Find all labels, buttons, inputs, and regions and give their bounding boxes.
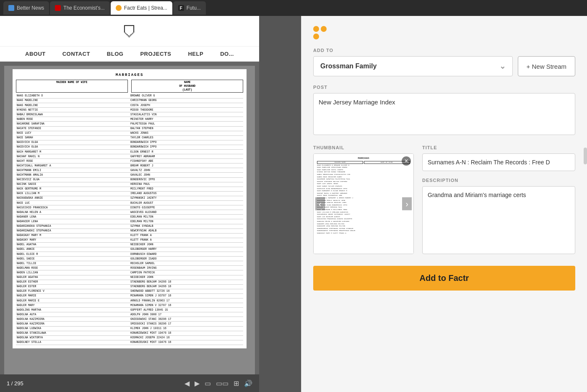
description-textarea[interactable]: Grandma and Miriam's marriage certs: [422, 186, 575, 254]
add-to-label: ADD TO: [313, 48, 575, 53]
table-row: NADEL AGATHANEIDECKER JOHN: [16, 242, 244, 247]
table-row: NACINK SADIEHEROINA PAUL: [16, 182, 244, 187]
toolbar-icons: ◀ ▶ ▭ ▭▭ ⊞ 🔊: [184, 379, 252, 387]
browser-tabs: Better News The Economist's... Factr Eat…: [0, 0, 587, 16]
factr-logo: [313, 26, 575, 39]
logo-dots-top: [313, 26, 327, 32]
site-logo-icon: ⛉: [122, 23, 137, 41]
table-row: NADEL TILLIERECHSLER SAMUEL: [16, 261, 244, 266]
tab-economist[interactable]: The Economist's...: [50, 1, 109, 15]
table-row: NADOLING MARTHAGOPFERT ALFRED 13045 15: [16, 308, 244, 312]
table-row: NYKENS NETTIEMIEOO THEODORE: [16, 108, 244, 112]
table-row: NADOLNA STANISLAWAKONARZEWSKI MIKT 19476…: [16, 331, 244, 335]
table-row: NADOLNA KAZIMIERASMIEGOCKI STANIS 38296 …: [16, 322, 244, 326]
gray-divider: [259, 16, 301, 392]
post-label: POST: [313, 85, 575, 90]
table-row: NADASKAY MARY MKLETT FRANK A: [16, 233, 244, 238]
table-row: NAAS MADELINECOSTA JOSEPH: [16, 103, 244, 108]
doc-title: MARRIAGES: [16, 73, 244, 78]
grid-view-button[interactable]: ⊞: [234, 379, 239, 387]
tab-icon-3: [116, 5, 122, 11]
stream-selector[interactable]: Grossman Family ⌄: [313, 56, 513, 76]
scroll-indicator: [584, 148, 587, 164]
stream-name: Grossman Family: [320, 62, 377, 70]
doc-col2-header: NAMEOF HUSBAND(LAST): [131, 80, 243, 93]
nav-contact[interactable]: CONTACT: [62, 51, 90, 57]
table-row: NACE SARAHTAYLOR CHARLES: [16, 135, 244, 140]
tab-factr-eats[interactable]: Factr Eats | Strea...: [111, 1, 172, 15]
thumb-title-row: THUMBNAIL ✕ ‹ MARRIAGES MAIDEN NAME NAME…: [313, 145, 575, 254]
table-row: NACHT ROSEFISHNEFSKY ABE: [16, 159, 244, 164]
table-row: NACATE STEFANIEBALTAN STEPHEN: [16, 126, 244, 131]
table-row: NACHTMANN EMILIGAVALTZ JOHN: [16, 168, 244, 173]
table-row: NACE LUCBUCHLER AUGUST: [16, 201, 244, 205]
table-row: NADLER ESTHERSTAENBERG BENJAM 34266 16: [16, 280, 244, 284]
table-row: NADASKY MARYKLETT FRANK A: [16, 238, 244, 242]
title-desc-section: TITLE DESCRIPTION Grandma and Miriam's m…: [422, 145, 575, 254]
nav-projects[interactable]: PROJECTS: [140, 51, 171, 57]
table-row: NADEL SADIEGOLDBERGER ISADO: [16, 257, 244, 261]
thumbnail-close-button[interactable]: ✕: [402, 156, 411, 166]
table-row: NACK LILLIAN MIRELAND AUGUSTUS: [16, 191, 244, 196]
table-row: NADEN LILLIANCAMPION PATRICK: [16, 270, 244, 275]
table-row: NADELMAN ROSEROSENBAUM IRVING: [16, 266, 244, 270]
site-header: ⛉ ABOUT CONTACT BLOG PROJECTS HELP DO...: [0, 16, 259, 62]
table-row: NACK GERTRUME MMCCLYMENT FRED: [16, 187, 244, 191]
single-page-button[interactable]: ▭: [205, 379, 211, 387]
thumbnail-label: THUMBNAIL: [313, 145, 414, 150]
table-row: NACKAEWSKA ANNIESZYMANSKI JAINTY: [16, 196, 244, 200]
thumbnail-image: MARRIAGES MAIDEN NAME NAME OF HUSB. NAAS…: [314, 154, 413, 254]
table-row: NADOLNA LUDWIKAKLIMEK JOHN J 19311 16: [16, 326, 244, 331]
table-row: NACIEVICZ OLGABONDEROVIC IPPO: [16, 177, 244, 182]
tab-futu[interactable]: F Futu...: [173, 1, 206, 15]
thumbnail-box: ✕ ‹ MARRIAGES MAIDEN NAME NAME OF HUSB. …: [313, 153, 414, 254]
doc-col1-header: MAIDEN NAME OF WIFE: [16, 80, 128, 93]
table-row: NADARZANSKA STEPHANIASZYMAK SYNDALB: [16, 224, 244, 228]
table-row: NACARONE SARAFINAPALMITESSA PAUL: [16, 122, 244, 126]
document-toolbar: 1 / 295 ◀ ▶ ▭ ▭▭ ⊞ 🔊: [0, 374, 259, 392]
double-page-button[interactable]: ▭▭: [216, 379, 229, 387]
logo-dot-3: [313, 34, 319, 39]
prev-page-button[interactable]: ◀: [184, 379, 190, 387]
site-nav: ABOUT CONTACT BLOG PROJECTS HELP DO...: [0, 46, 259, 61]
nav-more[interactable]: DO...: [220, 51, 234, 57]
nav-about[interactable]: ABOUT: [25, 51, 46, 57]
website-area: ⛉ ABOUT CONTACT BLOG PROJECTS HELP DO...…: [0, 16, 259, 392]
table-row: NACHTMANN AMALIAGAVALEC JOHN: [16, 173, 244, 177]
thumbnail-next-button[interactable]: ›: [402, 197, 412, 210]
table-row: NABAJ BRONISLAWASTASIALAITIS VIN: [16, 112, 244, 117]
tab-icon-2: [55, 5, 61, 11]
table-row: NACHAF RAHIL NGAFFREY ABRAHAM: [16, 154, 244, 159]
logo-dots-bottom: [313, 34, 327, 39]
logo-dot-2: [321, 26, 327, 32]
tab-better-news[interactable]: Better News: [3, 1, 49, 15]
nav-blog[interactable]: BLOG: [107, 51, 124, 57]
doc-table: NAAS ELIZABETH OBROWNE OLIVER G NAAS MAD…: [16, 94, 244, 345]
post-textarea[interactable]: New Jersey Marriage Index: [313, 93, 575, 135]
title-input[interactable]: [422, 153, 575, 171]
thumbnail-prev-button[interactable]: ‹: [315, 197, 325, 210]
next-page-button[interactable]: ▶: [195, 379, 200, 387]
table-row: NACE LUCYWACKS JONAS: [16, 131, 244, 135]
add-to-factr-button[interactable]: Add to Factr: [313, 266, 575, 291]
audio-button[interactable]: 🔊: [244, 379, 252, 387]
title-label-wrapper: TITLE: [422, 145, 575, 171]
document-area: MARRIAGES MAIDEN NAME OF WIFE NAMEOF HUS…: [0, 62, 259, 387]
table-row: NACH MARGARET MELSON ERNEST R: [16, 150, 244, 154]
nav-help[interactable]: HELP: [188, 51, 203, 57]
table-row: NADLER MARIE EARNOLD FRANKLIN 02063 17: [16, 299, 244, 303]
table-row: NAAS ELIZABETH OBROWNE OLIVER G: [16, 94, 244, 99]
logo-dot-1: [313, 26, 319, 32]
table-row: NADALNA HELEN AWASCEVEG ALEXAND: [16, 210, 244, 215]
thumbnail-section: THUMBNAIL ✕ ‹ MARRIAGES MAIDEN NAME NAME…: [313, 145, 414, 254]
table-row: NADLER FLORENCE VSHERWOOD ABBOTT 32726 1…: [16, 289, 244, 293]
new-stream-button[interactable]: + New Stream: [518, 56, 575, 76]
table-row: NADARZAWSKI STEPHANIANEWCRYNIAK ADALB: [16, 228, 244, 233]
table-row: NADOLNEY STELLAKONARZEUSKI MIKT 19476 16: [16, 340, 244, 345]
page-info: 1 / 295: [7, 380, 23, 387]
table-row: NADLER MARYMCNAMARA SIMON V 32787 16: [16, 303, 244, 308]
table-row: NADOLNA AUTAADOLPH JOHN 3908 17: [16, 312, 244, 317]
add-to-row: Grossman Family ⌄ + New Stream: [313, 56, 575, 76]
table-row: NACHTIGALL MARGARET ABREHM ROBERT J: [16, 164, 244, 168]
table-row: NADANIER LENAEDELMAN MILTON: [16, 219, 244, 224]
